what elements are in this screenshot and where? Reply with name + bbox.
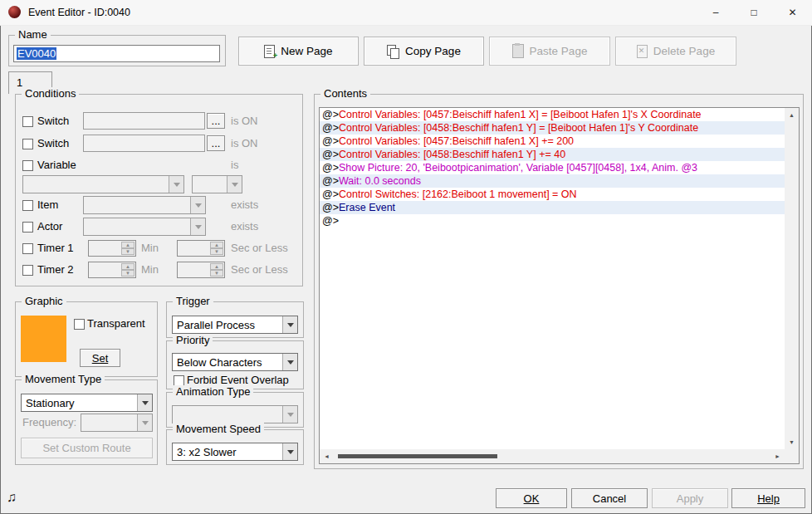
paste-page-label: Paste Page	[530, 45, 588, 57]
new-page-icon: +	[264, 45, 275, 58]
scroll-up-icon[interactable]: ▲	[785, 108, 799, 122]
dropdown-arrow-icon	[137, 414, 152, 431]
ok-button[interactable]: OK	[496, 488, 567, 508]
switch1-input[interactable]	[83, 112, 205, 130]
paste-page-button[interactable]: Paste Page	[489, 37, 610, 66]
spin-up-icon[interactable]: ▲	[210, 242, 223, 248]
timer1-sec-spinner[interactable]: ▲▼	[177, 240, 225, 257]
switch1-browse-button[interactable]: ...	[207, 113, 225, 129]
movement-type-combo[interactable]: Stationary	[21, 394, 153, 412]
transparent-checkbox[interactable]	[74, 319, 85, 330]
event-command-row[interactable]: @>Show Picture: 20, 'Beibootpicanimation…	[320, 161, 785, 174]
spin-down-icon[interactable]: ▼	[121, 248, 135, 255]
animation-type-combo[interactable]	[172, 405, 298, 423]
priority-combo[interactable]: Below Characters	[172, 353, 298, 371]
spin-down-icon[interactable]: ▼	[210, 248, 223, 255]
timer2-min-label: Min	[141, 263, 159, 277]
dropdown-arrow-icon	[190, 218, 205, 235]
movement-speed-combo[interactable]: 3: x2 Slower	[172, 443, 298, 461]
switch2-input[interactable]	[83, 135, 205, 152]
timer2-suffix: Sec or Less	[231, 263, 288, 277]
variable-combo[interactable]	[22, 175, 184, 193]
switch1-checkbox[interactable]	[22, 116, 33, 127]
spin-down-icon[interactable]: ▼	[121, 270, 135, 277]
transparent-label: Transparent	[87, 317, 145, 330]
variable-value-combo[interactable]	[192, 175, 242, 193]
switch1-suffix: is ON	[231, 115, 258, 128]
scroll-left-icon[interactable]: ◄	[320, 449, 334, 463]
scroll-down-icon[interactable]: ▼	[785, 435, 799, 449]
event-command-row[interactable]: @>Control Variables: [0457:Beischiff haf…	[320, 108, 785, 121]
timer1-min-spinner[interactable]: ▲▼	[88, 240, 136, 257]
copy-page-icon	[387, 45, 399, 58]
minimize-button[interactable]: –	[697, 0, 735, 25]
event-command-row[interactable]: @>	[320, 214, 785, 228]
item-checkbox[interactable]	[22, 200, 33, 211]
event-command-row[interactable]: @>Control Variables: [0457:Beischiff haf…	[320, 135, 785, 148]
frequency-combo[interactable]	[81, 414, 153, 432]
switch2-suffix: is ON	[231, 137, 258, 150]
new-page-button[interactable]: + New Page	[238, 37, 359, 66]
set-graphic-button[interactable]: Set	[80, 349, 120, 367]
actor-combo[interactable]	[83, 218, 206, 236]
event-command-row[interactable]: @>Wait: 0.0 seconds	[320, 174, 785, 188]
help-button[interactable]: Help	[731, 488, 805, 508]
contents-list-box: @>Control Variables: [0457:Beischiff haf…	[319, 107, 800, 464]
event-command-row[interactable]: @>Control Variables: [0458:Beschiff hafe…	[320, 121, 785, 135]
switch1-label: Switch	[37, 115, 69, 128]
item-combo[interactable]	[83, 196, 206, 214]
timer1-checkbox[interactable]	[22, 243, 33, 254]
contents-group-label: Contents	[320, 87, 370, 100]
command-prefix: @>	[322, 162, 339, 174]
set-custom-route-button[interactable]: Set Custom Route	[21, 438, 153, 458]
timer2-min-spinner[interactable]: ▲▼	[88, 262, 136, 278]
close-button[interactable]: ✕	[773, 0, 812, 25]
variable-checkbox[interactable]	[22, 160, 33, 171]
dropdown-arrow-icon	[282, 354, 297, 370]
command-prefix: @>	[322, 215, 339, 227]
event-command-row[interactable]: @>Erase Event	[320, 201, 785, 214]
spin-up-icon[interactable]: ▲	[121, 263, 135, 270]
event-command-row[interactable]: @>Control Variables: [0458:Beschiff hafe…	[320, 148, 785, 161]
movement-type-group-label: Movement Type	[22, 373, 105, 386]
scroll-right-icon[interactable]: ►	[770, 449, 785, 463]
timer1-suffix: Sec or Less	[231, 242, 288, 255]
actor-suffix: exists	[231, 220, 258, 233]
name-input[interactable]: EV0040	[13, 45, 220, 62]
graphic-swatch[interactable]	[21, 316, 66, 362]
command-text: Control Variables: [0457:Beischiff hafen…	[339, 109, 702, 120]
spin-up-icon[interactable]: ▲	[121, 242, 135, 248]
spin-up-icon[interactable]: ▲	[210, 263, 223, 270]
timer2-sec-spinner[interactable]: ▲▼	[177, 262, 225, 278]
priority-group-label: Priority	[173, 334, 213, 347]
frequency-label: Frequency:	[22, 416, 76, 429]
conditions-group-label: Conditions	[22, 87, 79, 100]
command-text: Control Switches: [2162:Beiboot 1 moveme…	[339, 188, 577, 200]
switch2-browse-button[interactable]: ...	[207, 135, 225, 151]
command-prefix: @>	[322, 109, 339, 120]
dropdown-arrow-icon	[137, 394, 152, 411]
command-text: Show Picture: 20, 'Beibootpicanimation',…	[339, 162, 697, 174]
switch2-checkbox[interactable]	[22, 139, 33, 149]
copy-page-button[interactable]: Copy Page	[364, 37, 484, 66]
window-title: Event Editor - ID:0040	[28, 0, 130, 25]
spin-down-icon[interactable]: ▼	[210, 270, 223, 277]
maximize-button[interactable]: □	[735, 0, 773, 25]
command-text: Control Variables: [0457:Beischiff hafen…	[339, 135, 574, 147]
delete-page-button[interactable]: Delete Page	[615, 37, 736, 66]
command-text: Erase Event	[339, 202, 395, 213]
timer1-min-label: Min	[141, 242, 159, 255]
actor-label: Actor	[37, 220, 62, 233]
command-prefix: @>	[322, 175, 339, 187]
trigger-combo[interactable]: Parallel Process	[172, 316, 298, 334]
new-page-label: New Page	[281, 45, 332, 57]
event-command-row[interactable]: @>Control Switches: [2162:Beiboot 1 move…	[320, 188, 785, 201]
actor-checkbox[interactable]	[22, 222, 33, 233]
apply-button[interactable]: Apply	[652, 488, 728, 508]
cancel-button[interactable]: Cancel	[571, 488, 648, 508]
variable-suffix: is	[231, 159, 238, 172]
horizontal-scrollbar-thumb[interactable]	[338, 454, 497, 458]
timer1-label: Timer 1	[37, 242, 74, 255]
music-note-icon: ♫	[7, 490, 17, 505]
timer2-checkbox[interactable]	[22, 265, 33, 276]
